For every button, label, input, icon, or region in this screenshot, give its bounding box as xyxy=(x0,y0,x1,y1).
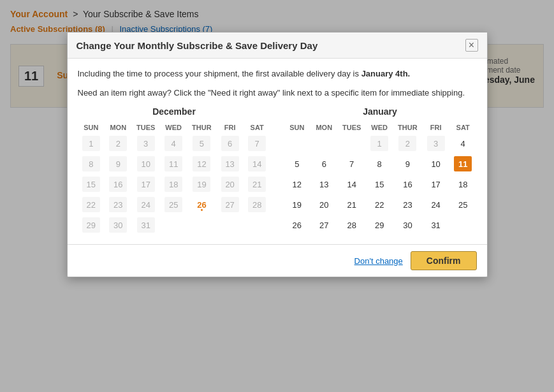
calendars-container: December SUN MON TUES WED THUR FRI SAT xyxy=(78,106,477,235)
jan-day-16[interactable]: 16 xyxy=(398,177,416,192)
jan-day-19[interactable]: 19 xyxy=(288,197,306,212)
dec-day-27: 27 xyxy=(221,197,239,212)
jan-day-7[interactable]: 7 xyxy=(343,156,361,171)
dec-day-12: 12 xyxy=(193,156,210,171)
dec-day-25: 25 xyxy=(164,197,182,212)
jan-day-30[interactable]: 30 xyxy=(398,217,416,233)
dec-day-31: 31 xyxy=(137,217,155,233)
modal-title: Change Your Monthly Subscribe & Save Del… xyxy=(77,40,318,51)
dec-fri-header: FRI xyxy=(216,122,244,133)
jan-tues-header: TUES xyxy=(338,122,366,133)
dec-day-2: 2 xyxy=(109,136,127,151)
jan-day-4[interactable]: 4 xyxy=(454,136,472,151)
dec-day-10: 10 xyxy=(137,156,155,171)
jan-day-3: 3 xyxy=(427,136,445,151)
jan-day-5[interactable]: 5 xyxy=(288,156,306,171)
modal-info-paragraph-1: Including the time to process your shipm… xyxy=(78,68,477,80)
jan-day-13[interactable]: 13 xyxy=(315,177,333,192)
jan-day-14[interactable]: 14 xyxy=(343,177,361,192)
dec-day-16: 16 xyxy=(109,177,127,192)
dec-day-15: 15 xyxy=(82,177,100,192)
dec-day-22: 22 xyxy=(82,197,100,212)
modal-footer: Don't change Confirm xyxy=(68,244,487,277)
dec-day-14: 14 xyxy=(248,156,266,171)
jan-day-12[interactable]: 12 xyxy=(288,177,306,192)
confirm-button[interactable]: Confirm xyxy=(411,251,477,270)
dec-day-21: 21 xyxy=(248,177,266,192)
december-table: SUN MON TUES WED THUR FRI SAT 1 2 xyxy=(78,122,271,235)
jan-day-15[interactable]: 15 xyxy=(370,177,388,192)
modal-info-paragraph-2: Need an item right away? Click the "Need… xyxy=(78,87,477,99)
dec-thur-header: THUR xyxy=(187,122,216,133)
dec-day-23: 23 xyxy=(109,197,127,212)
jan-day-25[interactable]: 25 xyxy=(454,197,472,212)
dec-sat-header: SAT xyxy=(244,122,271,133)
jan-day-20[interactable]: 20 xyxy=(315,197,333,212)
dec-day-18: 18 xyxy=(164,177,182,192)
december-title: December xyxy=(78,106,271,117)
jan-mon-header: MON xyxy=(310,122,338,133)
dec-day-28: 28 xyxy=(248,197,266,212)
jan-day-23[interactable]: 23 xyxy=(398,197,416,212)
dec-day-30: 30 xyxy=(109,217,127,233)
january-title: January xyxy=(284,106,477,117)
dec-day-26[interactable]: 26 xyxy=(193,197,210,212)
jan-day-6[interactable]: 6 xyxy=(315,156,333,171)
january-calendar: January SUN MON TUES WED THUR FRI SAT xyxy=(284,106,477,235)
jan-day-18[interactable]: 18 xyxy=(454,177,472,192)
dec-day-9: 9 xyxy=(109,156,127,171)
dec-day-4: 4 xyxy=(164,136,182,151)
jan-day-31[interactable]: 31 xyxy=(427,217,445,233)
jan-thur-header: THUR xyxy=(393,122,422,133)
dec-day-20: 20 xyxy=(221,177,239,192)
jan-day-22[interactable]: 22 xyxy=(370,197,388,212)
jan-day-21[interactable]: 21 xyxy=(343,197,361,212)
jan-wed-header: WED xyxy=(366,122,393,133)
jan-day-27[interactable]: 27 xyxy=(315,217,333,233)
dec-wed-header: WED xyxy=(160,122,187,133)
jan-day-26[interactable]: 26 xyxy=(288,217,306,233)
jan-day-9[interactable]: 9 xyxy=(398,156,416,171)
dec-day-3: 3 xyxy=(137,136,155,151)
dec-tues-header: TUES xyxy=(132,122,160,133)
dec-day-empty: 1 xyxy=(82,136,100,151)
jan-day-24[interactable]: 24 xyxy=(427,197,445,212)
dec-day-29: 29 xyxy=(82,217,100,233)
change-delivery-day-modal: Change Your Monthly Subscribe & Save Del… xyxy=(67,32,488,277)
dec-day-24: 24 xyxy=(137,197,155,212)
jan-sat-header: SAT xyxy=(449,122,477,133)
dec-mon-header: MON xyxy=(105,122,132,133)
info-text-1: Including the time to process your shipm… xyxy=(78,69,360,78)
dec-sun-header: SUN xyxy=(78,122,105,133)
dont-change-button[interactable]: Don't change xyxy=(354,256,403,266)
dec-day-17: 17 xyxy=(137,177,155,192)
dec-day-5: 5 xyxy=(193,136,210,151)
jan-day-1: 1 xyxy=(370,136,388,151)
info-date: January 4th. xyxy=(361,69,411,78)
jan-day-29[interactable]: 29 xyxy=(370,217,388,233)
jan-day-17[interactable]: 17 xyxy=(427,177,445,192)
jan-day-11[interactable]: 11 xyxy=(454,156,472,171)
dec-day-19: 19 xyxy=(193,177,210,192)
dec-day-11: 11 xyxy=(164,156,182,171)
jan-day-10[interactable]: 10 xyxy=(427,156,445,171)
dec-day-7: 7 xyxy=(248,136,266,151)
dec-day-6: 6 xyxy=(221,136,239,151)
modal-body: Including the time to process your shipm… xyxy=(68,59,487,244)
jan-day-8[interactable]: 8 xyxy=(370,156,388,171)
modal-close-button[interactable]: × xyxy=(465,39,478,52)
december-calendar: December SUN MON TUES WED THUR FRI SAT xyxy=(78,106,271,235)
january-table: SUN MON TUES WED THUR FRI SAT 1 xyxy=(284,122,477,235)
jan-fri-header: FRI xyxy=(422,122,449,133)
jan-sun-header: SUN xyxy=(284,122,311,133)
modal-header: Change Your Monthly Subscribe & Save Del… xyxy=(68,33,487,59)
dec-day-13: 13 xyxy=(221,156,239,171)
jan-day-28[interactable]: 28 xyxy=(343,217,361,233)
dec-day-8: 8 xyxy=(82,156,100,171)
jan-day-2: 2 xyxy=(398,136,416,151)
